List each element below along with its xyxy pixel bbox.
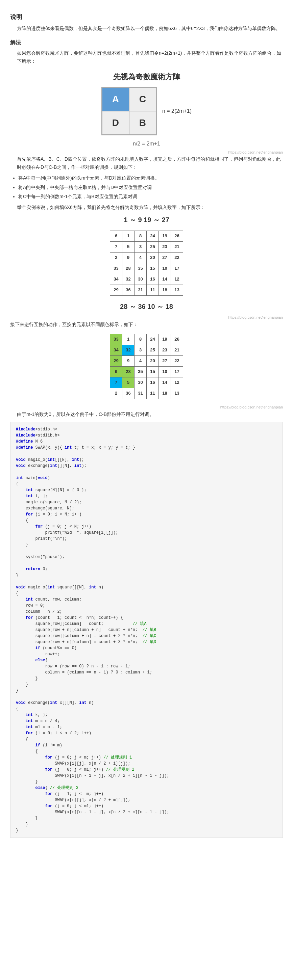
table-row: 3: [134, 241, 147, 252]
table-row: 8: [134, 334, 147, 345]
table-row: 20: [147, 252, 159, 263]
table-row: 28: [122, 367, 134, 377]
table-row: 30: [134, 274, 147, 285]
table-row: 9: [122, 356, 134, 367]
n-half-formula: n/2 = 2m+1: [10, 139, 283, 148]
cell-c: C: [129, 88, 156, 111]
title-shuoming: 说明: [10, 12, 283, 22]
magic-table-2: 3318241926343232523212994202722628351510…: [110, 334, 183, 399]
table-row: 11: [147, 285, 159, 295]
section-intro: 说明 方阵的进度整体来看是偶数，但是其实是一个奇数矩阵以一个偶数，例如6X6，其…: [10, 12, 283, 33]
table-row: 17: [171, 263, 183, 274]
n-formula-text: n = 2(2m+1): [162, 108, 192, 114]
solution-intro-text: 如果您会解奇数魔术方阵，要解这种方阵也就不难理解，首先我们令n=2(2m+1)，…: [17, 49, 283, 65]
grid1-container: 6182419267532523212942027223328351510173…: [10, 228, 283, 298]
table-row: 30: [134, 377, 147, 388]
table-row: 28: [122, 263, 134, 274]
table-row: 33: [110, 334, 122, 345]
table-row: 13: [171, 285, 183, 295]
rule-2: 将A的中央列，中央部一格向左取m格，并与D中对应位置置对调: [18, 184, 283, 192]
table-row: 26: [171, 334, 183, 345]
table-row: 2: [110, 388, 122, 399]
table-row: 20: [147, 356, 159, 367]
table-row: 32: [122, 274, 134, 285]
magic-table-1: 6182419267532523212942027223328351510173…: [110, 231, 183, 296]
table-row: 4: [134, 252, 147, 263]
exchange-intro: 接下来进行互换的动作，互换的元素以不同颜色标示，如下：: [10, 321, 283, 329]
table-row: 13: [171, 388, 183, 399]
table-row: 35: [134, 367, 147, 377]
table-row: 24: [147, 231, 159, 241]
table-row: 4: [134, 356, 147, 367]
table-row: 36: [122, 388, 134, 399]
table-row: 14: [159, 377, 171, 388]
table-row: 1: [122, 231, 134, 241]
table-row: 7: [110, 377, 122, 388]
table-row: 35: [134, 263, 147, 274]
range-label-2: 28 ～ 36 10 ～ 18: [10, 301, 283, 312]
table-row: 10: [159, 367, 171, 377]
table-row: 15: [147, 263, 159, 274]
cell-a: A: [102, 88, 129, 111]
table-row: 34: [110, 345, 122, 356]
abcd-diagram: A C D B n = 2(2m+1): [10, 87, 283, 135]
table-row: 27: [159, 356, 171, 367]
table-row: 11: [147, 388, 159, 399]
table-row: 18: [159, 285, 171, 295]
table-row: 15: [147, 367, 159, 377]
table-row: 26: [171, 231, 183, 241]
n-formula-label: n = 2(2m+1): [162, 107, 192, 115]
table-row: 24: [147, 334, 159, 345]
table-row: 1: [122, 334, 134, 345]
table-row: 6: [110, 367, 122, 377]
watermark3: https://blog.blog.csdn.net/lengnanpian: [10, 404, 283, 410]
title-jiefa: 解法: [10, 38, 283, 47]
table-row: 9: [122, 252, 134, 263]
table-row: 22: [171, 252, 183, 263]
section-solution: 解法 如果您会解奇数魔术方阵，要解这种方阵也就不难理解，首先我们令n=2(2m+…: [10, 38, 283, 65]
table-row: 12: [171, 377, 183, 388]
table-row: 21: [171, 241, 183, 252]
table-row: 23: [159, 241, 171, 252]
table-row: 8: [134, 231, 147, 241]
table-row: 25: [147, 345, 159, 356]
table-row: 27: [159, 252, 171, 263]
cell-b: B: [129, 111, 156, 135]
table-row: 25: [147, 241, 159, 252]
table-row: 6: [110, 231, 122, 241]
table-row: 18: [159, 388, 171, 399]
rules-intro: 首先依序将A、B、C、D四个位置，依奇数方阵的规则填入数字，填完之后，方阵中每行…: [17, 155, 283, 172]
table-row: 23: [159, 345, 171, 356]
table-row: 12: [171, 274, 183, 285]
table-row: 17: [171, 367, 183, 377]
table-row: 33: [110, 263, 122, 274]
watermark1: https://blog.csdn.net/lengnanpian: [10, 150, 283, 156]
example-intro: 举个实例来说，如何填6X6方阵，我们首先将之分解为奇数方阵，并填入数字，如下所示…: [17, 204, 283, 212]
cell-d: D: [102, 111, 129, 135]
table-row: 19: [159, 334, 171, 345]
table-row: 31: [134, 285, 147, 295]
table-row: 14: [159, 274, 171, 285]
table-row: 16: [147, 274, 159, 285]
big-title: 先视為奇數魔術方陣: [10, 71, 283, 83]
table-row: 5: [122, 241, 134, 252]
table-row: 34: [110, 274, 122, 285]
table-row: 3: [134, 345, 147, 356]
rule-1: 将A中每一列(中间列除外)的头m个元素，与D对应位置的元素调换。: [18, 174, 283, 182]
range-label-1: 1 ～ 9 19 ～ 27: [10, 214, 283, 225]
table-row: 16: [147, 377, 159, 388]
table-row: 22: [171, 356, 183, 367]
rules-list: 将A中每一列(中间列除外)的头m个元素，与D对应位置的元素调换。 将A的中央列，…: [18, 174, 283, 201]
table-row: 10: [159, 263, 171, 274]
table-row: 7: [110, 241, 122, 252]
intro-text: 方阵的进度整体来看是偶数，但是其实是一个奇数矩阵以一个偶数，例如6X6，其中6=…: [17, 25, 283, 33]
code-block: #include<stdio.h> #include<stdlib.h> #de…: [10, 422, 283, 838]
table-row: 29: [110, 285, 122, 295]
table-row: 29: [110, 356, 122, 367]
m-note: 由于m-1的数为0，所以在这个例子中，C-B部份并不用进行对调。: [17, 410, 283, 418]
watermark2: https://blog.csdn.net/lengnanpian: [10, 315, 283, 321]
table-row: 19: [159, 231, 171, 241]
rule-3: 将C中每一列的倒数m-1个元素，与B对应位置的元素对调: [18, 193, 283, 201]
abcd-grid: A C D B: [101, 87, 157, 135]
table-row: 5: [122, 377, 134, 388]
